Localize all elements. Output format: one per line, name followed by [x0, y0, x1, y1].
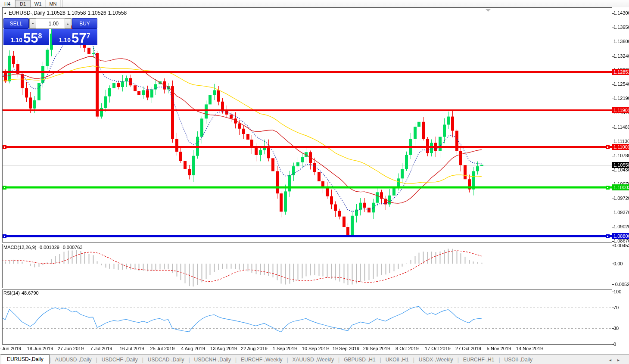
price-axis-label: 1.11130 [613, 139, 629, 144]
tab-usdchf-daily[interactable]: USDCHF-,Daily [97, 355, 142, 364]
tab-usdcnh-daily[interactable]: USDCNH-,Daily [190, 355, 235, 364]
rsi-axis-label: 30 [613, 326, 619, 331]
chart-canvas[interactable] [0, 0, 629, 364]
bar-close: 1.10558 [108, 10, 127, 16]
macd-label: MACD(12,26,9)-0.001029-0.000763 [3, 245, 84, 250]
date-axis-label: 14 Nov 2019 [516, 346, 543, 351]
tab-usoil-daily[interactable]: USOil-,Daily [500, 355, 537, 364]
rsi-axis-label: 100 [613, 289, 621, 294]
date-axis-label: 17 Oct 2019 [425, 346, 451, 351]
mt4-window: H4D1W1MN ▲EURUSD-,Daily1.105281.105581.1… [0, 0, 629, 364]
buy-price-base: 1.10 [59, 36, 71, 44]
price-level-label: 1.08800 [612, 233, 629, 239]
rsi-value: 48.6790 [22, 290, 39, 296]
date-axis-label: 18 Jun 2019 [27, 346, 53, 351]
price-level-label: 1.10558 [612, 162, 629, 168]
rsi-label: RSI(14)48.6790 [3, 290, 40, 296]
tab-eurchf-h1[interactable]: EURCHF-,H1 [459, 355, 499, 364]
macd-name: MACD(12,26,9) [3, 245, 36, 250]
price-axis-label: 1.10780 [613, 153, 629, 158]
price-axis-label: 1.09720 [613, 196, 629, 201]
date-axis-label: 4 Aug 2019 [181, 346, 205, 351]
macd-axis-label: 0.00 [613, 261, 623, 266]
date-axis-label: 8 Oct 2019 [395, 346, 419, 351]
date-axis-label: 10 Sep 2019 [302, 346, 329, 351]
date-axis-label: 7 Jul 2019 [90, 346, 112, 351]
price-axis-label: 1.14300 [613, 10, 629, 16]
date-axis-label: 27 Jun 2019 [58, 346, 84, 351]
tab-usdx-weekly[interactable]: USDX-,Weekly [414, 355, 458, 364]
tab-scroll-arrows[interactable]: ◂▸ [609, 358, 626, 362]
tab-audusd-daily[interactable]: AUDUSD-,Daily [51, 355, 96, 364]
tab-eurusd-daily[interactable]: EURUSD-,Daily [1, 355, 50, 364]
price-axis-label: 1.11480 [613, 124, 629, 130]
date-axis-label: 19 Sep 2019 [333, 346, 359, 351]
price-axis-label: 1.13950 [613, 25, 629, 30]
price-level-label: 1.10003 [612, 184, 629, 190]
buy-button[interactable]: BUY [72, 18, 97, 29]
macd-signal-value: -0.000763 [61, 245, 83, 250]
date-axis-label: 25 Jul 2019 [150, 346, 175, 351]
price-axis-label: 1.13600 [613, 39, 629, 44]
sell-price-sup: 8 [38, 29, 42, 44]
bar-high: 1.10558 [67, 10, 86, 16]
price-axis-label: 1.12540 [613, 81, 629, 87]
price-axis-label: 1.13240 [613, 53, 629, 59]
one-click-trade-panel: SELL ▼ ▲ BUY 1.10 55 8 1.10 57 7 [3, 18, 97, 45]
tab-xauusd-weekly[interactable]: XAUUSD-,Weekly [288, 355, 338, 364]
sell-price-big: 55 [23, 32, 38, 44]
chart-title: ▲EURUSD-,Daily1.105281.105581.105261.105… [3, 10, 128, 16]
tab-gbpusd-h1[interactable]: GBPUSD-,H1 [339, 355, 380, 364]
price-level-label: 1.12851 [612, 69, 629, 75]
date-axis-label: 27 Oct 2019 [455, 346, 481, 351]
macd-axis-label: 0.004536 [613, 243, 629, 248]
price-level-label: 1.11000 [612, 144, 629, 150]
chart-tab-bar: EURUSD-,Daily|AUDUSD-,Daily|USDCHF-,Dail… [0, 354, 629, 364]
bar-open: 1.10528 [47, 10, 65, 16]
sell-price-display[interactable]: 1.10 55 8 [3, 29, 49, 45]
bar-low: 1.10526 [87, 10, 106, 16]
rsi-axis-label: 0 [613, 342, 616, 347]
date-axis-label: 1 Sep 2019 [273, 346, 297, 351]
buy-price-display[interactable]: 1.10 57 7 [52, 29, 97, 45]
macd-axis-label: -0.005205 [613, 282, 629, 287]
rsi-name: RSI(14) [3, 290, 20, 296]
rsi-axis-label: 70 [613, 305, 619, 310]
volume-decrease-button[interactable]: ▼ [30, 19, 36, 28]
collapse-triangle-icon[interactable]: ▲ [3, 11, 7, 15]
date-axis-label: 29 Sep 2019 [363, 346, 390, 351]
volume-input[interactable] [36, 19, 65, 28]
tab-ukoil-h1[interactable]: UKOil-,H1 [381, 355, 413, 364]
price-axis-label: 1.08670 [613, 238, 629, 243]
date-axis-label: 13 Aug 2019 [210, 346, 237, 351]
date-axis-label: 5 Nov 2019 [487, 346, 511, 351]
buy-price-big: 57 [72, 32, 86, 44]
price-axis-label: 1.12190 [613, 96, 629, 101]
sell-price-base: 1.10 [11, 36, 22, 44]
date-axis-label: 22 Aug 2019 [241, 346, 268, 351]
volume-increase-button[interactable]: ▲ [65, 19, 71, 28]
volume-spinner: ▼ ▲ [29, 18, 72, 29]
date-axis-label: 9 Jun 2019 [0, 346, 21, 351]
price-axis-label: 1.09020 [613, 224, 629, 229]
sell-button[interactable]: SELL [3, 18, 29, 29]
tab-eurchf-weekly[interactable]: EURCHF-,Weekly [237, 355, 286, 364]
buy-price-sup: 7 [86, 29, 90, 44]
tab-usdcad-daily[interactable]: USDCAD-,Daily [143, 355, 189, 364]
macd-main-value: -0.001029 [38, 245, 59, 250]
price-axis-label: 1.09370 [613, 210, 629, 215]
date-axis-label: 16 Jul 2019 [120, 346, 144, 351]
price-level-label: 1.11901 [612, 107, 629, 113]
chart-symbol: EURUSD-,Daily [9, 10, 45, 16]
